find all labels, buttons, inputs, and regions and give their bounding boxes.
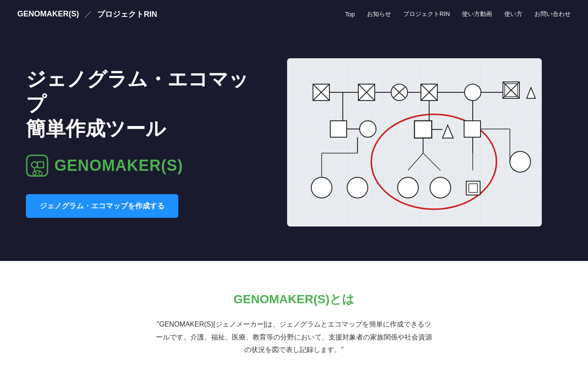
svg-point-46 — [398, 177, 418, 198]
svg-rect-48 — [466, 181, 480, 195]
nav-contact[interactable]: お問い合わせ — [534, 10, 571, 17]
project-name: プロジェクトRIN — [97, 9, 157, 19]
brand-separator: ／ — [84, 9, 92, 19]
nav-news[interactable]: お知らせ — [367, 10, 391, 17]
hero-image — [287, 58, 542, 226]
hero-section: ジェノグラム・エコマップ 簡単作成ツール GENOMAKER(S) ジェノグラム… — [0, 28, 588, 261]
svg-point-45 — [347, 177, 368, 198]
hero-cta-button[interactable]: ジェノグラム・エコマップを作成する — [26, 194, 178, 218]
hero-content-right — [285, 58, 544, 226]
brand-name[interactable]: GENOMAKER(S) — [17, 9, 79, 19]
svg-point-3 — [33, 172, 36, 175]
svg-rect-34 — [330, 121, 347, 137]
hero-logo-text: GENOMAKER(S) — [54, 157, 183, 175]
svg-point-1 — [32, 162, 38, 168]
svg-rect-40 — [464, 121, 481, 137]
hero-content-left: ジェノグラム・エコマップ 簡単作成ツール GENOMAKER(S) ジェノグラム… — [26, 67, 285, 218]
navbar-brand: GENOMAKER(S) ／ プロジェクトRIN — [17, 9, 157, 19]
hero-title: ジェノグラム・エコマップ 簡単作成ツール — [26, 67, 268, 141]
logo-icon — [26, 154, 48, 177]
about-section: GENOMAKER(S)とは "GENOMAKER(S)[ジェノメーカー]は、ジ… — [0, 261, 588, 374]
svg-rect-2 — [38, 162, 44, 168]
nav-how-to-video[interactable]: 使い方動画 — [462, 10, 492, 17]
svg-point-20 — [465, 84, 481, 101]
svg-point-47 — [430, 177, 451, 198]
nav-how-to[interactable]: 使い方 — [504, 10, 522, 17]
svg-point-55 — [510, 151, 531, 172]
svg-point-36 — [360, 121, 376, 137]
nav-menu: Top お知らせ プロジェクトRIN 使い方動画 使い方 お問い合わせ — [345, 10, 571, 18]
about-title: GENOMAKER(S)とは — [17, 291, 571, 308]
genogram-illustration — [287, 58, 542, 226]
navbar: GENOMAKER(S) ／ プロジェクトRIN Top お知らせ プロジェクト… — [0, 0, 588, 28]
svg-rect-37 — [414, 121, 432, 138]
svg-point-4 — [39, 172, 42, 175]
svg-point-44 — [311, 177, 332, 198]
nav-top[interactable]: Top — [345, 11, 355, 18]
hero-logo-area: GENOMAKER(S) — [26, 154, 268, 177]
about-description: "GENOMAKER(S)[ジェノメーカー]は、ジェノグラムとエコマップを簡単に… — [156, 318, 432, 356]
nav-project-rin[interactable]: プロジェクトRIN — [403, 10, 450, 17]
